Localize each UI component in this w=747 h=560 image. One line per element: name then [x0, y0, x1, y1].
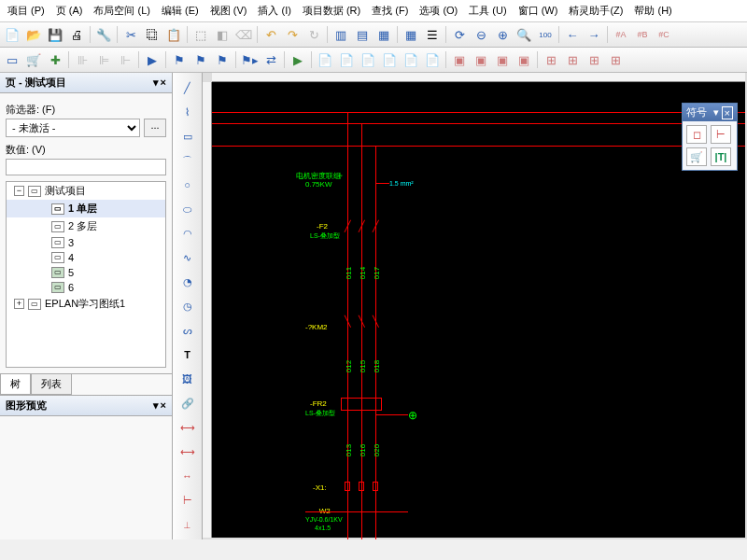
eraser-icon[interactable]: ⌫: [233, 24, 254, 45]
tree-page-4[interactable]: ▭4: [7, 250, 165, 265]
zoom-out-icon[interactable]: ⊖: [471, 24, 491, 45]
zoom-in-icon[interactable]: ⊕: [492, 24, 513, 45]
comp4-icon[interactable]: ⊞: [605, 49, 626, 70]
flag3-icon[interactable]: ⚑: [212, 49, 233, 70]
undo-icon[interactable]: ↶: [261, 24, 281, 45]
win4-icon[interactable]: ▣: [514, 49, 534, 70]
redo-icon[interactable]: ↷: [282, 24, 303, 45]
page3-icon[interactable]: 📄: [358, 49, 378, 70]
panel-dropdown-icon[interactable]: ▾: [153, 399, 159, 412]
copy-icon[interactable]: ⿻: [142, 24, 162, 45]
symbol-node-icon[interactable]: ◻: [686, 125, 707, 144]
flag2-icon[interactable]: ⚑: [190, 49, 211, 70]
win1-icon[interactable]: ▣: [449, 49, 470, 70]
redo2-icon[interactable]: ↻: [303, 24, 324, 45]
menu-find[interactable]: 查找 (F): [368, 2, 412, 20]
menu-view[interactable]: 视图 (V): [206, 2, 251, 20]
rect-icon[interactable]: ▭: [176, 125, 199, 147]
menu-tools[interactable]: 工具 (U): [465, 2, 510, 20]
open-icon[interactable]: 📂: [23, 24, 44, 45]
align3-icon[interactable]: ⊩: [115, 49, 135, 70]
menu-edit[interactable]: 编辑 (E): [158, 2, 203, 20]
print-icon[interactable]: 🖨: [66, 24, 87, 45]
collapse-icon[interactable]: −: [14, 186, 24, 196]
palette-close-icon[interactable]: ×: [722, 106, 733, 119]
run-icon[interactable]: ▶: [288, 49, 308, 70]
menu-layout[interactable]: 布局空间 (L): [90, 2, 154, 20]
flag-play-icon[interactable]: ⚑▸: [239, 49, 260, 70]
line-icon[interactable]: ╱: [176, 77, 199, 99]
symbols-palette[interactable]: 符号 ▾ × ◻ ⊢ 🛒 |T|: [682, 103, 738, 171]
select-icon[interactable]: ⬚: [190, 24, 211, 45]
filter-select[interactable]: - 未激活 -: [6, 119, 140, 137]
menu-wizard[interactable]: 精灵助手(Z): [565, 2, 627, 20]
layout-grid-icon[interactable]: ▦: [374, 24, 394, 45]
layout-v-icon[interactable]: ▤: [352, 24, 373, 45]
menu-projectdata[interactable]: 项目数据 (R): [299, 2, 364, 20]
comp2-icon[interactable]: ⊞: [562, 49, 583, 70]
value-input[interactable]: [6, 159, 166, 175]
grid-a-icon[interactable]: #A: [611, 24, 631, 45]
zoom-100-icon[interactable]: 100: [535, 24, 556, 45]
save-icon[interactable]: 💾: [45, 24, 65, 45]
tab-list[interactable]: 列表: [31, 374, 72, 395]
table-icon[interactable]: ▦: [401, 24, 421, 45]
tree-page-6[interactable]: ▭6: [7, 280, 165, 295]
symbol-branch-icon[interactable]: ⊢: [711, 125, 731, 144]
symbol-cart-icon[interactable]: 🛒: [686, 147, 707, 166]
panel-close-icon[interactable]: ×: [161, 399, 166, 412]
donut-icon[interactable]: ◷: [176, 295, 199, 317]
text-icon[interactable]: T: [176, 343, 199, 366]
canvas-area[interactable]: 电机密度联组 0.75KW ⏚ 1.5 mm² -F2 LS-叠加型 ╱ ╱ ╱…: [203, 73, 747, 539]
tree-page-1[interactable]: ▭1 单层: [7, 200, 165, 217]
symbol-text-icon[interactable]: |T|: [711, 147, 731, 166]
polyline-icon[interactable]: ⌇: [176, 101, 199, 123]
expand-icon[interactable]: +: [14, 299, 24, 309]
page4-icon[interactable]: 📄: [379, 49, 400, 70]
zoom-fit-icon[interactable]: 🔍: [514, 24, 534, 45]
paste-icon[interactable]: 📋: [163, 24, 184, 45]
link-icon[interactable]: 🔗: [176, 392, 199, 414]
marker-icon[interactable]: ◧: [212, 24, 233, 45]
win3-icon[interactable]: ▣: [492, 49, 513, 70]
menu-options[interactable]: 选项 (O): [416, 2, 461, 20]
tree-page-2[interactable]: ▭2 多层: [7, 217, 165, 235]
flag-arrows-icon[interactable]: ⇄: [261, 49, 281, 70]
page5-icon[interactable]: 📄: [401, 49, 421, 70]
menu-insert[interactable]: 插入 (I): [254, 2, 294, 20]
dim5-icon[interactable]: ⟂: [176, 513, 199, 536]
palette-dropdown-icon[interactable]: ▾: [713, 106, 719, 119]
doc-icon[interactable]: ▭: [2, 49, 22, 70]
grid-b-icon[interactable]: #B: [632, 24, 653, 45]
layout-h-icon[interactable]: ▥: [331, 24, 351, 45]
spline-icon[interactable]: ∿: [176, 246, 199, 269]
flag1-icon[interactable]: ⚑: [169, 49, 190, 70]
nav-back-icon[interactable]: ←: [562, 24, 583, 45]
menu-window[interactable]: 窗口 (W): [514, 2, 562, 20]
comp1-icon[interactable]: ⊞: [541, 49, 561, 70]
freehand-icon[interactable]: ᔕ: [176, 319, 199, 342]
page1-icon[interactable]: 📄: [315, 49, 335, 70]
pie-icon[interactable]: ◔: [176, 271, 199, 293]
nav-fwd-icon[interactable]: →: [584, 24, 604, 45]
grid-c-icon[interactable]: #C: [654, 24, 674, 45]
align2-icon[interactable]: ⊫: [93, 49, 114, 70]
win2-icon[interactable]: ▣: [471, 49, 491, 70]
list-icon[interactable]: ☰: [422, 24, 443, 45]
filter-more-button[interactable]: ...: [144, 119, 166, 137]
new-icon[interactable]: 📄: [2, 24, 22, 45]
dim3-icon[interactable]: ↔: [176, 465, 199, 487]
arc2-icon[interactable]: ◠: [176, 222, 199, 245]
drawing-canvas[interactable]: 电机密度联组 0.75KW ⏚ 1.5 mm² -F2 LS-叠加型 ╱ ╱ ╱…: [212, 82, 745, 538]
refresh-icon[interactable]: ⟳: [449, 24, 470, 45]
dim4-icon[interactable]: ⊢: [176, 489, 199, 511]
cut-icon[interactable]: ✂: [120, 24, 141, 45]
arc-icon[interactable]: ⌒: [176, 149, 199, 172]
menu-project[interactable]: 项目 (P): [4, 2, 49, 20]
ellipse-icon[interactable]: ⬭: [176, 198, 199, 220]
page-tree[interactable]: −▭测试项目 ▭1 单层 ▭2 多层 ▭3 ▭4 ▭5 ▭6 +▭EPLAN学习…: [6, 181, 166, 368]
menu-page[interactable]: 页 (A): [52, 2, 87, 20]
wrench-icon[interactable]: 🔧: [93, 24, 114, 45]
puzzle-icon[interactable]: ✚: [45, 49, 65, 70]
image-icon[interactable]: 🖼: [176, 368, 199, 390]
